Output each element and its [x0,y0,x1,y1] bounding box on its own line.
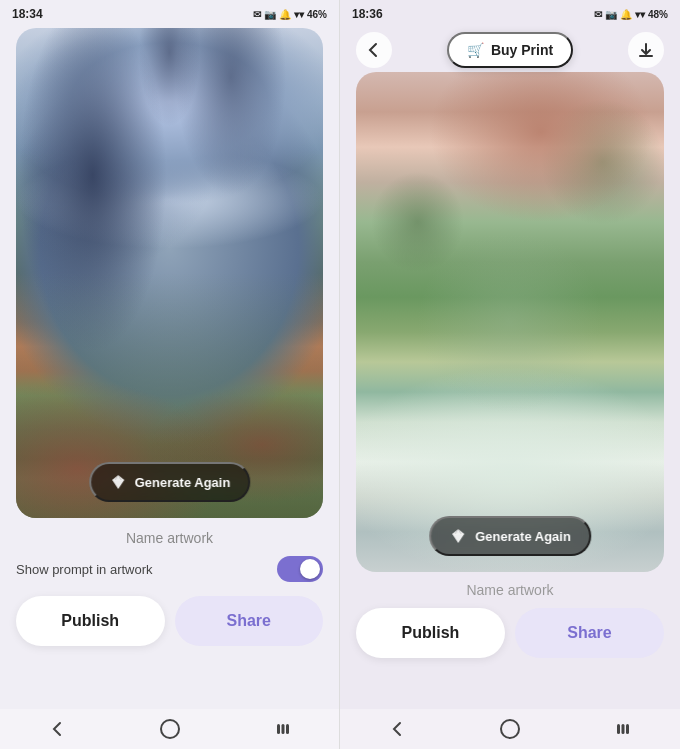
right-share-button[interactable]: Share [515,608,664,658]
left-camera-icon: 📷 [264,9,276,20]
left-action-buttons: Publish Share [16,596,323,646]
left-status-bar: 18:34 ✉ 📷 🔔 ▾▾ 46% [0,0,339,28]
left-battery: 46% [307,9,327,20]
right-wifi-icon: ▾▾ [635,9,645,20]
left-menu-nav[interactable] [269,715,297,743]
right-bottom-nav [340,709,680,749]
left-home-nav[interactable] [156,715,184,743]
svg-rect-4 [622,724,625,734]
left-notification-icon: 🔔 [279,9,291,20]
buy-print-button[interactable]: 🛒 Buy Print [447,32,573,68]
right-phone-screen: 18:36 ✉ 📷 🔔 ▾▾ 48% 🛒 Buy Print [340,0,680,749]
left-bottom-section: Name artwork Show prompt in artwork Publ… [0,518,339,658]
left-phone-screen: 18:34 ✉ 📷 🔔 ▾▾ 46% Generate Again Name [0,0,340,749]
left-generate-again-label: Generate Again [135,475,231,490]
right-status-icons: ✉ 📷 🔔 ▾▾ 48% [594,9,668,20]
right-publish-button[interactable]: Publish [356,608,505,658]
right-generate-again-label: Generate Again [475,529,571,544]
svg-rect-2 [286,724,289,734]
left-share-button[interactable]: Share [175,596,324,646]
right-action-buttons: Publish Share [340,608,680,658]
right-status-bar: 18:36 ✉ 📷 🔔 ▾▾ 48% [340,0,680,28]
right-camera-icon: 📷 [605,9,617,20]
left-artwork-name: Name artwork [16,530,323,546]
left-toggle-label: Show prompt in artwork [16,562,153,577]
right-artwork-name: Name artwork [356,582,664,598]
left-wifi-icon: ▾▾ [294,9,304,20]
cart-icon: 🛒 [467,42,484,58]
left-toggle-row: Show prompt in artwork [16,556,323,582]
buy-print-label: Buy Print [491,42,553,58]
right-time: 18:36 [352,7,383,21]
svg-rect-0 [277,724,280,734]
right-diamond-icon [449,527,467,545]
right-back-nav[interactable] [383,715,411,743]
right-artwork-card: Generate Again [356,72,664,572]
svg-rect-1 [281,724,284,734]
right-battery: 48% [648,9,668,20]
left-generate-again-button[interactable]: Generate Again [89,462,251,502]
left-publish-button[interactable]: Publish [16,596,165,646]
right-artwork-image [356,72,664,572]
download-button[interactable] [628,32,664,68]
right-menu-nav[interactable] [609,715,637,743]
svg-rect-3 [617,724,620,734]
left-diamond-icon [109,473,127,491]
left-message-icon: ✉ [253,9,261,20]
svg-rect-5 [626,724,629,734]
right-generate-again-button[interactable]: Generate Again [429,516,591,556]
left-status-icons: ✉ 📷 🔔 ▾▾ 46% [253,9,327,20]
left-artwork-card: Generate Again [16,28,323,518]
left-toggle[interactable] [277,556,323,582]
left-bottom-nav [0,709,339,749]
right-home-nav[interactable] [496,715,524,743]
right-back-button[interactable] [356,32,392,68]
right-message-icon: ✉ [594,9,602,20]
left-artwork-image [16,28,323,518]
left-time: 18:34 [12,7,43,21]
right-notification-icon: 🔔 [620,9,632,20]
left-back-nav[interactable] [43,715,71,743]
right-nav-bar: 🛒 Buy Print [340,28,680,72]
